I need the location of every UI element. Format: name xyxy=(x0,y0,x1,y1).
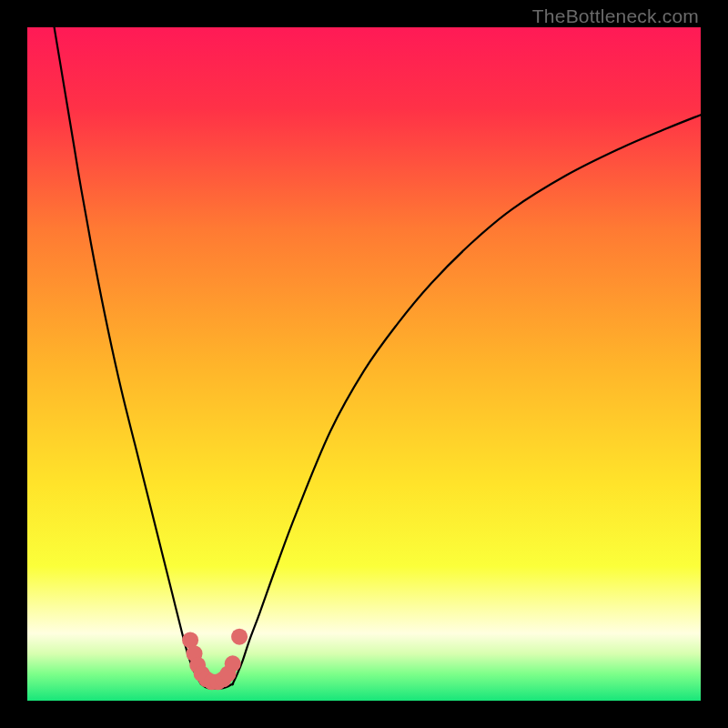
plot-area xyxy=(27,27,701,701)
valley-marker-group xyxy=(182,629,248,691)
bottleneck-curve xyxy=(55,27,701,689)
watermark-text: TheBottleneck.com xyxy=(532,5,699,27)
valley-marker xyxy=(225,655,241,672)
chart-canvas xyxy=(27,27,701,701)
valley-marker xyxy=(231,629,248,645)
chart-frame: TheBottleneck.com xyxy=(0,0,728,728)
